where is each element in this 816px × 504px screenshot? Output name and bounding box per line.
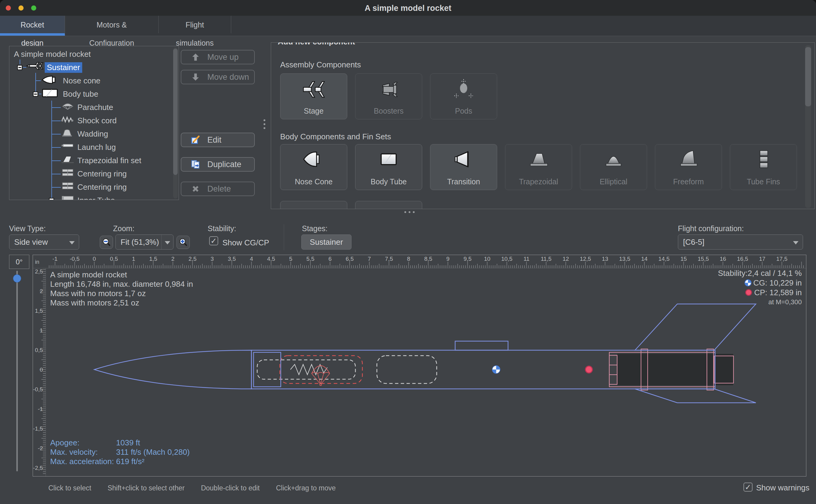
elliptical-icon [580,147,647,171]
component-pods-button[interactable]: Pods [430,73,497,119]
tree-row-body-tube[interactable]: Body tube [9,88,179,100]
tree-row-sustainer[interactable]: Sustainer [9,61,179,74]
svg-text:1: 1 [40,327,43,334]
tree-row-centering-ring[interactable]: Centering ring [9,167,179,180]
tree-row-inner-tube[interactable]: Inner Tube [9,194,179,200]
zoom-out-button[interactable] [100,236,113,249]
action-button-label: Move up [207,53,239,62]
zoom-in-button[interactable] [176,236,190,249]
tree-expander-icon[interactable] [49,198,54,200]
svg-text:1,5: 1,5 [149,256,157,262]
component-button-label: Body Tube [355,177,422,186]
show-warnings-checkbox[interactable]: ✓ [743,483,753,492]
component-stage-button[interactable]: Stage [280,73,347,119]
stage-toggle-sustainer[interactable]: Sustainer [301,234,351,250]
rotation-angle-box[interactable]: 0° [9,255,29,269]
mach-note: at M=0,300 [718,297,802,307]
move-up-button[interactable]: Move up [181,50,255,64]
controls-divider [284,224,284,250]
tree-row-trapezoidal-fin-set[interactable]: Trapezoidal fin set [9,154,179,167]
vertical-splitter-handle[interactable] [264,117,265,131]
window-title: A simple model rocket [0,0,816,16]
svg-text:15,5: 15,5 [698,256,709,262]
svg-text:9,5: 9,5 [464,256,471,262]
duplicate-icon [190,160,201,169]
tree-row-centering-ring[interactable]: Centering ring [9,181,179,193]
tree-row-nose-cone[interactable]: Nose cone [9,74,179,87]
tree-item-label: Centering ring [75,169,129,179]
action-button-label: Delete [207,184,231,194]
delete-button[interactable]: Delete [181,182,255,196]
rocket-info-line: Mass with motors 2,51 oz [50,298,193,308]
tree-row-wadding[interactable]: Wadding [9,128,179,140]
fin-set-icon [61,155,74,165]
rotation-slider-knob[interactable] [13,274,21,283]
tree-row-root[interactable]: A simple model rocket [9,48,179,60]
svg-text:0: 0 [40,367,43,373]
svg-text:2: 2 [40,288,43,294]
component-button-label: Pods [430,107,497,115]
edit-icon [190,135,201,145]
tree-row-shock-cord[interactable]: Shock cord [9,114,179,127]
tab-rocket-design[interactable]: Rocket design [0,16,65,36]
svg-text:13: 13 [602,256,608,262]
section-title: Assembly Components [280,60,361,69]
component-button-clipped[interactable] [355,201,422,209]
flight-stat-row: Max. acceleration:619 ft/s² [50,457,190,466]
component-tube-fins-button[interactable]: Tube Fins [730,144,797,190]
tree-row-launch-lug[interactable]: Launch lug [9,141,179,153]
add-panel-scrollbar-thumb[interactable] [805,47,811,106]
body-tube-icon [41,89,59,99]
show-cgcp-checkbox[interactable]: ✓ [209,236,218,245]
stability-info: Stability:2,4 cal / 14,1 % CG: 10,229 in… [718,268,802,307]
svg-text:0,5: 0,5 [110,256,118,262]
move-down-button[interactable]: Move down [181,70,255,84]
horizontal-splitter-handle[interactable] [404,211,415,213]
component-button-label: Boosters [355,107,422,115]
component-nose-cone-button[interactable]: Nose Cone [280,144,347,190]
pods-icon [430,77,497,102]
tree-expander-icon[interactable] [33,92,38,97]
cp-icon [745,289,752,296]
tree-expander-icon[interactable] [17,65,22,70]
svg-text:3,5: 3,5 [228,256,236,262]
duplicate-button[interactable]: Duplicate [181,157,255,172]
shock-cord-outline [257,360,355,379]
component-elliptical-button[interactable]: Elliptical [580,144,647,190]
zoom-level-select[interactable]: Fit (51,3%) [115,234,173,250]
tree-scrollbar-thumb[interactable] [173,49,178,175]
wadding-outline [377,356,437,383]
component-button-clipped[interactable] [280,201,347,209]
svg-text:-1: -1 [53,256,58,262]
svg-text:8: 8 [407,256,410,262]
rocket-diagram-canvas[interactable]: -1-0,500,511,522,533,544,555,566,577,588… [33,255,806,477]
svg-text:11,5: 11,5 [541,256,552,262]
action-button-label: Move down [207,73,249,82]
component-body-tube-button[interactable]: Body Tube [355,144,422,190]
tree-row-parachute[interactable]: Parachute [9,101,179,114]
magnifier-minus-icon [102,238,111,247]
tab-flight-simulations[interactable]: Flight simulations [159,16,231,33]
edit-button[interactable]: Edit [181,133,255,147]
action-button-label: Duplicate [207,160,241,169]
svg-text:12: 12 [562,256,569,262]
svg-text:5,5: 5,5 [306,256,314,262]
tab-motors-configuration[interactable]: Motors & Configuration [65,16,159,33]
section-title: Body Components and Fin Sets [280,132,391,141]
component-boosters-button[interactable]: Boosters [355,73,422,119]
component-button-label: Trapezoidal [505,177,572,186]
trapezoidal-icon [505,147,572,171]
component-freeform-button[interactable]: Freeform [655,144,722,190]
component-trapezoidal-button[interactable]: Trapezoidal [505,144,572,190]
tree-item-label: Centering ring [75,182,129,192]
arrow-up-icon [190,53,201,61]
component-transition-button[interactable]: Transition [430,144,497,190]
inner-tube-icon [61,195,74,200]
flight-config-select[interactable]: [C6-5] [678,234,803,250]
interaction-hints: Click to selectShift+click to select oth… [48,484,336,492]
view-type-select[interactable]: Side view [9,234,79,250]
show-cgcp-label: Show CG/CP [222,238,269,247]
component-tree-panel[interactable]: A simple model rocketSustainerNose coneB… [9,46,179,200]
rotation-slider-track[interactable] [16,271,18,471]
chevron-down-icon [165,241,170,244]
